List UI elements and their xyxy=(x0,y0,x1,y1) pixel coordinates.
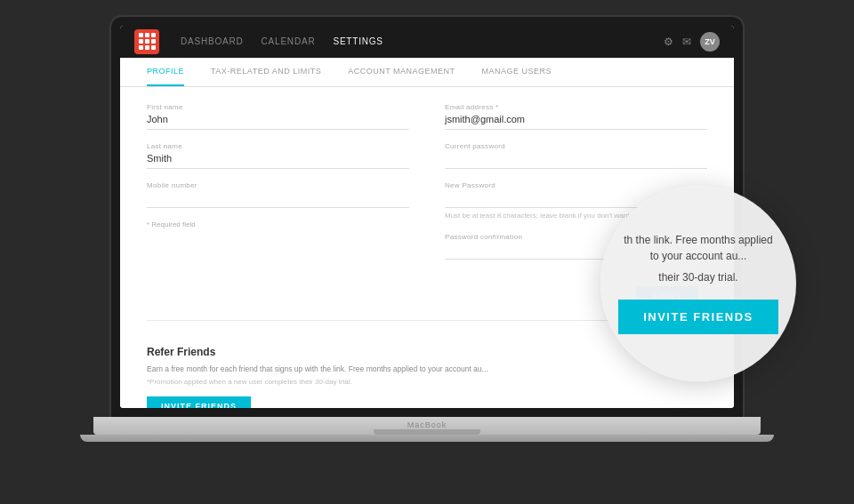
zoom-line2: their 30-day trial. xyxy=(637,269,759,285)
new-password-label: New Password xyxy=(445,181,707,189)
first-name-label: First name xyxy=(147,103,409,111)
laptop-stand xyxy=(80,435,774,442)
current-password-label: Current password xyxy=(445,142,707,150)
laptop-brand: MacBook xyxy=(407,420,447,429)
topbar-right: ⚙ ✉ ZV xyxy=(664,32,720,52)
first-name-group: First name John xyxy=(147,103,409,130)
zoom-line1: th the link. Free months applied to your… xyxy=(600,232,796,264)
tab-users[interactable]: MANAGE USERS xyxy=(482,58,552,86)
mail-icon[interactable]: ✉ xyxy=(682,36,691,48)
form-left-col: First name John Last name Smith Mobile n… xyxy=(147,103,409,272)
refer-description: Earn a free month for each friend that s… xyxy=(147,364,707,375)
topbar: DASHBOARD CALENDAR SETTINGS ⚙ ✉ ZV xyxy=(120,26,734,58)
last-name-group: Last name Smith xyxy=(147,142,409,169)
zoom-overlay: th the link. Free months applied to your… xyxy=(600,186,796,381)
user-avatar[interactable]: ZV xyxy=(700,32,720,52)
last-name-label: Last name xyxy=(147,142,409,150)
nav-settings[interactable]: SETTINGS xyxy=(333,36,383,46)
email-label: Email address * xyxy=(445,103,707,111)
first-name-value[interactable]: John xyxy=(147,114,409,130)
last-name-value[interactable]: Smith xyxy=(147,153,409,169)
settings-tabs: PROFILE TAX-RELATED AND LIMITS ACCOUNT M… xyxy=(120,58,734,87)
email-group: Email address * jsmith@gmail.com xyxy=(445,103,707,130)
app-logo[interactable] xyxy=(134,29,159,54)
mobile-group: Mobile number xyxy=(147,181,409,208)
current-password-group: Current password xyxy=(445,142,707,169)
mobile-label: Mobile number xyxy=(147,181,409,189)
laptop-base: MacBook xyxy=(93,417,761,435)
current-password-value[interactable] xyxy=(445,153,707,169)
logo-dots xyxy=(139,33,156,50)
refer-note: *Promotion applied when a new user compl… xyxy=(147,378,707,386)
settings-icon[interactable]: ⚙ xyxy=(664,36,673,48)
zoom-invite-button[interactable]: INVITE FRIENDS xyxy=(618,300,778,334)
tab-profile[interactable]: PROFILE xyxy=(147,58,184,86)
tab-account[interactable]: ACCOUNT MANAGEMENT xyxy=(348,58,455,86)
tab-tax[interactable]: TAX-RELATED AND LIMITS xyxy=(211,58,321,86)
invite-friends-button[interactable]: INVITE FRIENDS xyxy=(147,396,251,407)
nav-dashboard[interactable]: DASHBOARD xyxy=(181,36,244,46)
refer-title: Refer Friends xyxy=(147,346,707,358)
email-value[interactable]: jsmith@gmail.com xyxy=(445,114,707,130)
nav-calendar[interactable]: CALENDAR xyxy=(262,36,316,46)
mobile-value[interactable] xyxy=(147,192,409,208)
required-note: * Required field xyxy=(147,220,409,228)
topbar-nav: DASHBOARD CALENDAR SETTINGS xyxy=(181,36,383,46)
